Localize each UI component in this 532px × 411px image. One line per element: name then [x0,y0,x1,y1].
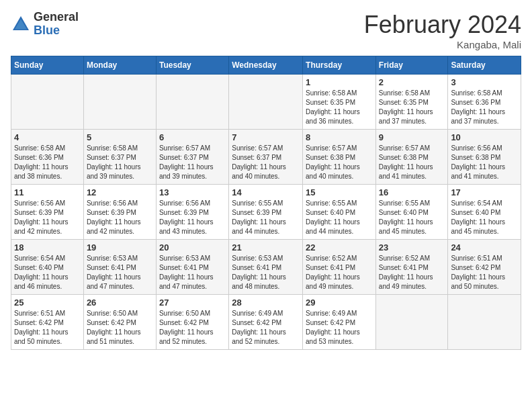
day-number: 9 [379,132,445,142]
day-cell: 14Sunrise: 6:55 AM Sunset: 6:39 PM Dayli… [229,185,303,240]
day-number: 26 [87,298,153,308]
col-header-wednesday: Wednesday [229,56,303,75]
day-info: Sunrise: 6:57 AM Sunset: 6:38 PM Dayligh… [306,144,373,181]
day-number: 4 [14,132,81,142]
month-title: February 2024 [364,11,521,39]
day-cell: 8Sunrise: 6:57 AM Sunset: 6:38 PM Daylig… [303,130,376,185]
day-number: 19 [87,242,153,253]
day-cell: 9Sunrise: 6:57 AM Sunset: 6:38 PM Daylig… [375,130,448,185]
day-cell [448,295,521,350]
day-info: Sunrise: 6:56 AM Sunset: 6:39 PM Dayligh… [14,199,81,236]
logo-blue: Blue [34,24,79,38]
day-info: Sunrise: 6:51 AM Sunset: 6:42 PM Dayligh… [451,254,518,291]
day-number: 18 [14,242,81,253]
day-number: 24 [451,242,518,253]
day-cell: 11Sunrise: 6:56 AM Sunset: 6:39 PM Dayli… [11,185,84,240]
day-number: 3 [451,77,518,87]
day-info: Sunrise: 6:58 AM Sunset: 6:35 PM Dayligh… [379,89,445,126]
day-info: Sunrise: 6:49 AM Sunset: 6:42 PM Dayligh… [232,309,300,347]
page-header: General Blue February 2024 Kangaba, Mali [11,11,521,50]
day-number: 14 [232,187,300,197]
logo-icon [11,14,31,34]
day-cell: 3Sunrise: 6:58 AM Sunset: 6:36 PM Daylig… [448,75,521,130]
day-number: 25 [14,298,81,308]
day-info: Sunrise: 6:56 AM Sunset: 6:39 PM Dayligh… [159,199,226,236]
title-block: February 2024 Kangaba, Mali [364,11,521,50]
day-info: Sunrise: 6:58 AM Sunset: 6:35 PM Dayligh… [306,89,373,126]
day-info: Sunrise: 6:58 AM Sunset: 6:36 PM Dayligh… [451,89,518,126]
day-info: Sunrise: 6:50 AM Sunset: 6:42 PM Dayligh… [159,309,226,347]
day-cell [156,75,228,130]
week-row-3: 18Sunrise: 6:54 AM Sunset: 6:40 PM Dayli… [11,240,521,295]
col-header-friday: Friday [375,56,448,75]
header-row: SundayMondayTuesdayWednesdayThursdayFrid… [11,56,521,75]
day-info: Sunrise: 6:53 AM Sunset: 6:41 PM Dayligh… [87,254,153,291]
day-info: Sunrise: 6:52 AM Sunset: 6:41 PM Dayligh… [379,254,445,291]
day-number: 8 [306,132,373,142]
logo-text: General Blue [34,11,79,38]
day-cell: 10Sunrise: 6:56 AM Sunset: 6:38 PM Dayli… [448,130,521,185]
week-row-0: 1Sunrise: 6:58 AM Sunset: 6:35 PM Daylig… [11,75,521,130]
day-info: Sunrise: 6:54 AM Sunset: 6:40 PM Dayligh… [451,199,518,236]
day-cell [229,75,303,130]
day-number: 16 [379,187,445,197]
day-info: Sunrise: 6:55 AM Sunset: 6:40 PM Dayligh… [379,199,445,236]
day-number: 21 [232,242,300,253]
day-number: 12 [87,187,153,197]
day-cell: 25Sunrise: 6:51 AM Sunset: 6:42 PM Dayli… [11,295,84,350]
day-cell: 28Sunrise: 6:49 AM Sunset: 6:42 PM Dayli… [229,295,303,350]
day-cell: 15Sunrise: 6:55 AM Sunset: 6:40 PM Dayli… [303,185,376,240]
col-header-saturday: Saturday [448,56,521,75]
day-number: 28 [232,298,300,308]
col-header-tuesday: Tuesday [156,56,228,75]
day-cell: 24Sunrise: 6:51 AM Sunset: 6:42 PM Dayli… [448,240,521,295]
day-number: 17 [451,187,518,197]
day-cell: 4Sunrise: 6:58 AM Sunset: 6:36 PM Daylig… [11,130,84,185]
location: Kangaba, Mali [364,39,521,50]
day-number: 1 [306,77,373,87]
day-info: Sunrise: 6:55 AM Sunset: 6:40 PM Dayligh… [306,199,373,236]
day-info: Sunrise: 6:56 AM Sunset: 6:38 PM Dayligh… [451,144,518,181]
day-number: 20 [159,242,226,253]
col-header-thursday: Thursday [303,56,376,75]
day-cell: 29Sunrise: 6:49 AM Sunset: 6:42 PM Dayli… [303,295,376,350]
day-number: 13 [159,187,226,197]
day-cell: 2Sunrise: 6:58 AM Sunset: 6:35 PM Daylig… [375,75,448,130]
week-row-1: 4Sunrise: 6:58 AM Sunset: 6:36 PM Daylig… [11,130,521,185]
day-number: 27 [159,298,226,308]
week-row-2: 11Sunrise: 6:56 AM Sunset: 6:39 PM Dayli… [11,185,521,240]
calendar-table: SundayMondayTuesdayWednesdayThursdayFrid… [11,56,521,350]
day-info: Sunrise: 6:53 AM Sunset: 6:41 PM Dayligh… [232,254,300,291]
day-cell: 27Sunrise: 6:50 AM Sunset: 6:42 PM Dayli… [156,295,228,350]
day-cell: 5Sunrise: 6:58 AM Sunset: 6:37 PM Daylig… [83,130,156,185]
day-info: Sunrise: 6:49 AM Sunset: 6:42 PM Dayligh… [306,309,373,347]
day-cell: 13Sunrise: 6:56 AM Sunset: 6:39 PM Dayli… [156,185,228,240]
day-cell: 23Sunrise: 6:52 AM Sunset: 6:41 PM Dayli… [375,240,448,295]
week-row-4: 25Sunrise: 6:51 AM Sunset: 6:42 PM Dayli… [11,295,521,350]
logo-general: General [34,11,79,24]
day-info: Sunrise: 6:56 AM Sunset: 6:39 PM Dayligh… [87,199,153,236]
day-info: Sunrise: 6:55 AM Sunset: 6:39 PM Dayligh… [232,199,300,236]
day-info: Sunrise: 6:57 AM Sunset: 6:37 PM Dayligh… [232,144,300,181]
day-info: Sunrise: 6:51 AM Sunset: 6:42 PM Dayligh… [14,309,81,347]
day-number: 5 [87,132,153,142]
day-number: 15 [306,187,373,197]
day-info: Sunrise: 6:57 AM Sunset: 6:37 PM Dayligh… [159,144,226,181]
day-cell: 18Sunrise: 6:54 AM Sunset: 6:40 PM Dayli… [11,240,84,295]
col-header-monday: Monday [83,56,156,75]
day-cell: 21Sunrise: 6:53 AM Sunset: 6:41 PM Dayli… [229,240,303,295]
day-number: 10 [451,132,518,142]
day-cell: 19Sunrise: 6:53 AM Sunset: 6:41 PM Dayli… [83,240,156,295]
day-info: Sunrise: 6:50 AM Sunset: 6:42 PM Dayligh… [87,309,153,347]
day-info: Sunrise: 6:57 AM Sunset: 6:38 PM Dayligh… [379,144,445,181]
day-cell: 26Sunrise: 6:50 AM Sunset: 6:42 PM Dayli… [83,295,156,350]
day-cell: 20Sunrise: 6:53 AM Sunset: 6:41 PM Dayli… [156,240,228,295]
day-cell: 7Sunrise: 6:57 AM Sunset: 6:37 PM Daylig… [229,130,303,185]
day-info: Sunrise: 6:53 AM Sunset: 6:41 PM Dayligh… [159,254,226,291]
day-cell: 17Sunrise: 6:54 AM Sunset: 6:40 PM Dayli… [448,185,521,240]
day-cell: 1Sunrise: 6:58 AM Sunset: 6:35 PM Daylig… [303,75,376,130]
col-header-sunday: Sunday [11,56,84,75]
day-info: Sunrise: 6:54 AM Sunset: 6:40 PM Dayligh… [14,254,81,291]
day-cell: 16Sunrise: 6:55 AM Sunset: 6:40 PM Dayli… [375,185,448,240]
day-number: 2 [379,77,445,87]
